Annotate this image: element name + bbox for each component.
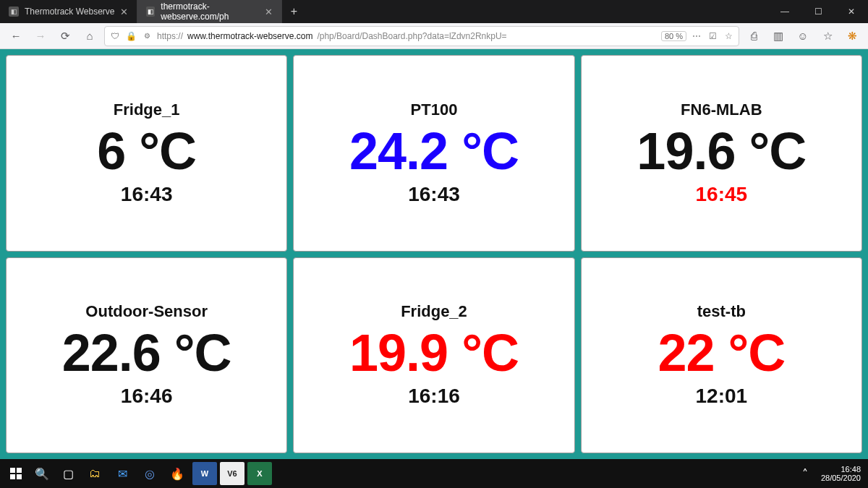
sensor-name: PT100 bbox=[411, 100, 458, 119]
system-clock[interactable]: 16:48 28/05/2020 bbox=[821, 465, 861, 482]
svg-rect-3 bbox=[17, 474, 22, 479]
addon-icon[interactable]: ❋ bbox=[842, 26, 862, 46]
maximize-button[interactable]: ☐ bbox=[801, 0, 835, 23]
home-button[interactable]: ⌂ bbox=[80, 26, 100, 46]
svg-rect-1 bbox=[17, 468, 22, 473]
minimize-button[interactable]: — bbox=[768, 0, 801, 23]
close-icon[interactable]: ✕ bbox=[265, 7, 273, 17]
sensor-card[interactable]: Outdoor-Sensor 22.6 °C 16:46 bbox=[6, 257, 287, 454]
reader-mode-icon[interactable]: ☑ bbox=[707, 31, 718, 41]
account-icon[interactable]: ☺ bbox=[793, 26, 813, 46]
search-icon[interactable]: 🔍 bbox=[30, 462, 54, 485]
bookmark-star-icon[interactable]: ☆ bbox=[723, 31, 734, 41]
dashboard-area: Fridge_1 6 °C 16:43 PT100 24.2 °C 16:43 … bbox=[0, 49, 868, 459]
firefox-icon[interactable]: 🔥 bbox=[165, 462, 190, 485]
close-icon[interactable]: ✕ bbox=[120, 7, 128, 17]
sensor-card[interactable]: PT100 24.2 °C 16:43 bbox=[293, 55, 574, 252]
svg-rect-2 bbox=[10, 474, 15, 479]
dashboard-grid: Fridge_1 6 °C 16:43 PT100 24.2 °C 16:43 … bbox=[6, 55, 862, 453]
sidebar-icon[interactable]: ▥ bbox=[768, 26, 788, 46]
sensor-card[interactable]: Fridge_2 19.9 °C 16:16 bbox=[293, 257, 574, 454]
sensor-name: Fridge_2 bbox=[401, 302, 467, 321]
sensor-time: 16:45 bbox=[696, 183, 748, 206]
sensor-name: Outdoor-Sensor bbox=[85, 302, 208, 321]
app-v6-icon[interactable]: V6 bbox=[220, 462, 244, 485]
browser-tab-1[interactable]: ◧ thermotrack-webserve.com/ph ✕ bbox=[137, 0, 282, 23]
sensor-value: 19.6 °C bbox=[637, 125, 806, 177]
extension-icon[interactable]: ☆ bbox=[817, 26, 838, 46]
app-icon[interactable]: ◎ bbox=[137, 462, 162, 485]
tab-favicon: ◧ bbox=[9, 7, 19, 17]
url-path: /php/Board/DashBoard.php?data=lZdvn2Rnkp… bbox=[317, 31, 506, 41]
sensor-time: 12:01 bbox=[696, 385, 748, 408]
shield-icon[interactable]: 🛡 bbox=[109, 31, 121, 41]
sensor-name: Fridge_1 bbox=[114, 100, 180, 119]
sensor-value: 19.9 °C bbox=[349, 327, 519, 379]
sensor-value: 6 °C bbox=[97, 125, 196, 177]
svg-rect-0 bbox=[10, 468, 15, 473]
window-controls: — ☐ ✕ bbox=[768, 0, 868, 23]
tab-favicon: ◧ bbox=[146, 7, 155, 17]
url-protocol: https:// bbox=[157, 31, 183, 41]
sensor-time: 16:46 bbox=[121, 385, 173, 408]
window-titlebar: ◧ Thermotrack Webserve ✕ ◧ thermotrack-w… bbox=[0, 0, 868, 23]
sensor-card[interactable]: FN6-MLAB 19.6 °C 16:45 bbox=[581, 55, 862, 252]
sensor-time: 16:43 bbox=[408, 183, 460, 206]
forward-button[interactable]: → bbox=[30, 26, 51, 46]
sensor-card[interactable]: Fridge_1 6 °C 16:43 bbox=[6, 55, 287, 252]
sensor-time: 16:16 bbox=[408, 385, 460, 408]
url-host: www.thermotrack-webserve.com bbox=[187, 31, 312, 41]
mail-icon[interactable]: ✉ bbox=[110, 462, 135, 485]
new-tab-button[interactable]: + bbox=[282, 0, 305, 23]
permissions-icon[interactable]: ⚙ bbox=[141, 32, 153, 40]
lock-icon[interactable]: 🔒 bbox=[125, 31, 137, 41]
library-icon[interactable]: ⎙ bbox=[744, 26, 764, 46]
windows-taskbar: 🔍 ▢ 🗂 ✉ ◎ 🔥 W V6 X ˄ 16:48 28/05/2020 bbox=[0, 459, 868, 488]
sensor-value: 22.6 °C bbox=[62, 327, 231, 379]
tab-label: thermotrack-webserve.com/ph bbox=[161, 1, 259, 22]
sensor-name: test-tb bbox=[697, 302, 746, 321]
reload-button[interactable]: ⟳ bbox=[55, 26, 75, 46]
task-view-icon[interactable]: ▢ bbox=[56, 462, 80, 485]
sensor-time: 16:43 bbox=[121, 183, 173, 206]
clock-time: 16:48 bbox=[821, 465, 861, 474]
sensor-card[interactable]: test-tb 22 °C 12:01 bbox=[581, 257, 862, 454]
sensor-value: 24.2 °C bbox=[349, 125, 519, 177]
back-button[interactable]: ← bbox=[6, 26, 26, 46]
browser-toolbar: ← → ⟳ ⌂ 🛡 🔒 ⚙ https://www.thermotrack-we… bbox=[0, 23, 868, 49]
close-button[interactable]: ✕ bbox=[835, 0, 868, 23]
file-explorer-icon[interactable]: 🗂 bbox=[82, 462, 107, 485]
page-actions-icon[interactable]: ⋯ bbox=[691, 31, 702, 41]
sensor-value: 22 °C bbox=[658, 327, 785, 379]
address-bar[interactable]: 🛡 🔒 ⚙ https://www.thermotrack-webserve.c… bbox=[104, 26, 739, 46]
browser-tab-0[interactable]: ◧ Thermotrack Webserve ✕ bbox=[0, 0, 137, 23]
start-button[interactable] bbox=[4, 462, 27, 485]
sensor-name: FN6-MLAB bbox=[681, 100, 762, 119]
tray-chevron-icon[interactable]: ˄ bbox=[793, 462, 817, 485]
word-icon[interactable]: W bbox=[192, 462, 217, 485]
clock-date: 28/05/2020 bbox=[821, 474, 861, 482]
zoom-indicator[interactable]: 80 % bbox=[661, 31, 686, 41]
tab-label: Thermotrack Webserve bbox=[25, 7, 114, 17]
excel-icon[interactable]: X bbox=[247, 462, 272, 485]
